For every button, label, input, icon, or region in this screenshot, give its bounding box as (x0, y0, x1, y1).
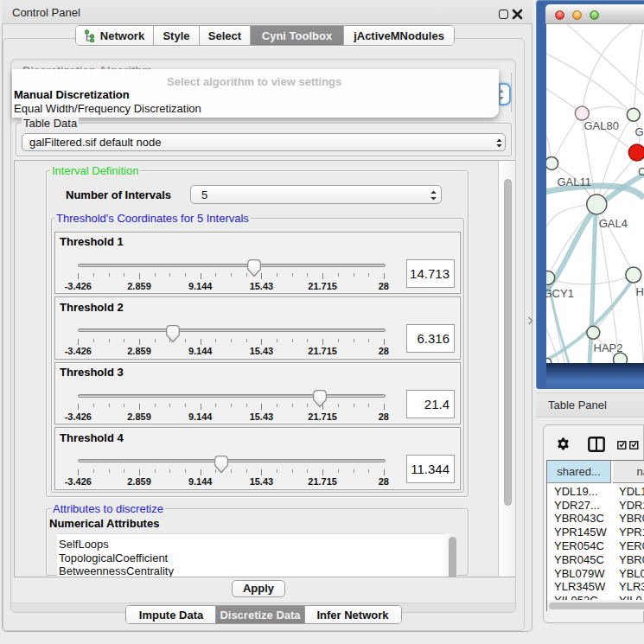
svg-text:GAL11: GAL11 (558, 175, 592, 188)
svg-text:G...: G... (635, 125, 644, 138)
svg-text:GCY1: GCY1 (546, 287, 574, 300)
svg-text:GAL80: GAL80 (584, 119, 619, 132)
svg-text:GAL4: GAL4 (599, 217, 628, 230)
svg-text:C: C (638, 165, 644, 178)
svg-text:H: H (636, 285, 644, 298)
svg-text:HAP2: HAP2 (594, 341, 623, 354)
